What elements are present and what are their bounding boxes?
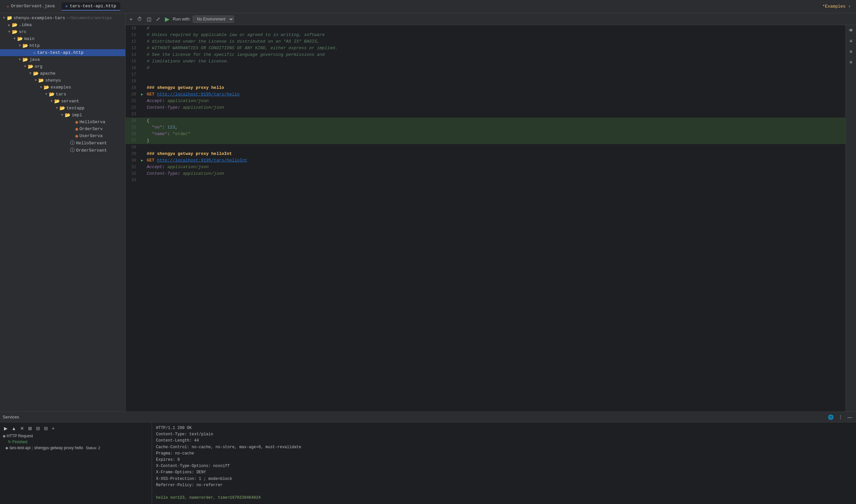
response-line-expires: Expires: 0 (156, 457, 852, 463)
split-button[interactable]: ⤢ (155, 16, 162, 23)
folder-icon: 📂 (54, 98, 60, 104)
services-menu-button[interactable]: ⋮ (837, 414, 844, 420)
interface-icon: ⓘ (70, 140, 75, 146)
expand-arrow: ▶ (6, 23, 12, 27)
request-file-icon: ◈ (5, 446, 8, 450)
code-line-14: 14 # See the License for the specific la… (126, 52, 845, 58)
folder-icon: 📂 (49, 91, 54, 97)
add-button[interactable]: + (51, 425, 56, 432)
spinner-icon: ↻ (8, 439, 12, 444)
response-blank-2 (156, 501, 852, 504)
preview-button[interactable]: 👁 (848, 26, 855, 34)
sidebar-item-apache[interactable]: ▼ 📂 apache (0, 70, 125, 77)
code-line-10: 10 # (126, 25, 845, 32)
examples-tab[interactable]: *Examples › (820, 3, 853, 10)
expand-arrow: ▼ (17, 58, 22, 61)
code-line-15: 15 # limitations under the License. (126, 58, 845, 65)
services-category-http[interactable]: ◈ HTTP Request (0, 433, 152, 439)
sidebar-item-orderserv[interactable]: ◉ OrderServ (0, 126, 125, 132)
code-line-19: 19 ### shengyu getway proxy hello (126, 85, 845, 91)
folder-icon: 📂 (12, 29, 18, 35)
code-line-13: 13 # WITHOUT WARRANTIES OR CONDITIONS OF… (126, 45, 845, 52)
sidebar-item-testapp[interactable]: ▼ 📂 testapp (0, 105, 125, 112)
save-button[interactable]: ◫ (145, 16, 153, 23)
expand-arrow: ▼ (38, 86, 43, 89)
java-file-icon: ◉ (75, 126, 78, 132)
environment-dropdown[interactable]: No Environment (193, 16, 234, 23)
main-layout: ▼ 📁 shenyu-examples-tars ~/Documents/wor… (0, 13, 856, 412)
sidebar-item-shenyu[interactable]: ▼ 📂 shenyu (0, 77, 125, 84)
services-body: ▶ ▲ ✕ ⊞ ⊟ ⊟ + ◈ HTTP Request ↻ Finished … (0, 422, 856, 504)
collapse-button[interactable]: ⊟ (42, 425, 49, 432)
run-arrow-30[interactable]: ▶ (141, 157, 143, 164)
response-line-status: HTTP/1.1 200 OK (156, 425, 852, 431)
panel-icon-1[interactable]: ≡ (848, 37, 853, 45)
sidebar-item-http-folder[interactable]: ▼ 📂 http (0, 42, 125, 49)
sidebar-item-src[interactable]: ▼ 📂 src (0, 29, 125, 35)
response-body-text: hello no=123, name=order, time=167023846… (156, 495, 852, 501)
folder-icon: 📂 (17, 36, 23, 42)
services-close-button[interactable]: — (846, 414, 853, 420)
bottom-panel: Services 🌐 ⋮ — ▶ ▲ ✕ ⊞ ⊟ ⊟ + ◈ HTTP Requ… (0, 412, 856, 504)
panel-icon-2[interactable]: ≡ (848, 48, 853, 55)
code-line-11: 11 # Unless required by applicable law o… (126, 32, 845, 38)
panel-icon-3[interactable]: ≡ (848, 58, 853, 66)
run-all-button[interactable]: ▶ (3, 425, 9, 432)
folder-icon: 📂 (28, 64, 33, 69)
services-request-row[interactable]: ◈ tars-test-api | shengyu getway proxy h… (0, 445, 152, 451)
sidebar-item-main[interactable]: ▼ 📂 main (0, 35, 125, 42)
folder-icon: 📂 (22, 43, 28, 49)
scroll-up-button[interactable]: ▲ (10, 425, 18, 432)
sidebar-item-tars-test-api[interactable]: ◈ tars-test-api.http (0, 49, 125, 56)
code-line-25: 25 "no": 123, (126, 124, 845, 131)
java-file-icon: ◉ (75, 133, 78, 139)
response-line-x-frame: X-Frame-Options: DENY (156, 469, 852, 475)
folder-icon: 📂 (33, 71, 39, 76)
run-arrow-20[interactable]: ▶ (141, 91, 143, 98)
sidebar-item-userserva[interactable]: ◉ UserServa (0, 132, 125, 139)
add-request-button[interactable]: + (128, 16, 134, 22)
sidebar-root[interactable]: ▼ 📁 shenyu-examples-tars ~/Documents/wor… (0, 15, 125, 21)
tab-http[interactable]: ◈ tars-test-api.http (62, 2, 120, 11)
tab-java[interactable]: ☕ OrderServant.java (3, 2, 59, 11)
expand-arrow: ▼ (22, 65, 28, 68)
right-panel-icons: 👁 ≡ ≡ ≡ (845, 25, 856, 412)
code-line-22: 22 Content-Type: application/json (126, 104, 845, 111)
history-button[interactable]: ⏱ (136, 16, 143, 22)
expand-arrow: ▼ (17, 44, 22, 48)
sidebar-item-servant[interactable]: ▼ 📂 servant (0, 98, 125, 105)
filter-button[interactable]: ⊟ (35, 425, 41, 432)
category-icon: ◈ (3, 434, 6, 438)
code-line-20: 20 ▶ GET http://localhost:9195/tars/hell… (126, 91, 845, 98)
code-editor: 10 # 11 # Unless required by applicable … (126, 25, 845, 412)
sidebar-item-org[interactable]: ▼ 📂 org (0, 63, 125, 70)
response-panel: HTTP/1.1 200 OK Content-Type: text/plain… (152, 422, 856, 504)
code-line-23: 23 (126, 111, 845, 118)
stop-button[interactable]: ✕ (19, 425, 25, 432)
services-left-panel: ▶ ▲ ✕ ⊞ ⊟ ⊟ + ◈ HTTP Request ↻ Finished … (0, 422, 152, 504)
response-line-content-type: Content-Type: text/plain (156, 431, 852, 438)
expand-arrow: ▼ (1, 16, 6, 20)
sidebar-item-tars[interactable]: ▼ 📂 tars (0, 91, 125, 98)
sidebar-item-idea[interactable]: ▶ 📂 .idea (0, 21, 125, 29)
code-line-12: 12 # distributed under the License is di… (126, 38, 845, 45)
sidebar-item-examples[interactable]: ▼ 📂 examples (0, 84, 125, 91)
code-line-31: 31 Accept: application/json (126, 164, 845, 170)
code-line-16: 16 # (126, 65, 845, 71)
expand-arrow: ▼ (49, 100, 54, 103)
sidebar-item-helloserva[interactable]: ◉ HelloServa (0, 119, 125, 126)
group-button[interactable]: ⊞ (27, 425, 33, 432)
expand-arrow: ▼ (33, 78, 38, 82)
services-globe-button[interactable]: 🌐 (826, 414, 835, 420)
sidebar-item-impl[interactable]: ▼ 📂 impl (0, 112, 125, 119)
expand-arrow: ▼ (43, 92, 49, 96)
code-line-21: 21 Accept: application/json (126, 98, 845, 104)
sidebar-item-java-folder[interactable]: ▼ 📂 java (0, 56, 125, 63)
response-line-x-xss: X-XSS-Protection: 1 ; mode=block (156, 476, 852, 482)
services-title: Services (3, 414, 19, 419)
sidebar-item-orderservant[interactable]: ⓘ OrderServant (0, 147, 125, 154)
run-button[interactable]: ▶ (163, 15, 171, 23)
code-line-28: 28 (126, 144, 845, 150)
code-line-27: 27 } (126, 138, 845, 144)
sidebar-item-helloservant[interactable]: ⓘ HelloServant (0, 139, 125, 147)
